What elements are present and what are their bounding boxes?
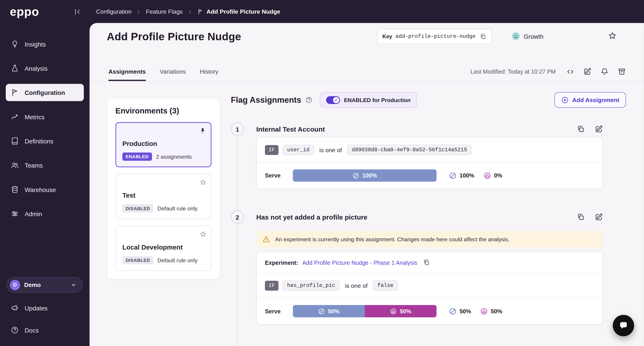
assignment-1: 1 Internal Test Account	[231, 122, 626, 189]
team-avatar	[512, 32, 520, 41]
help-icon[interactable]	[305, 96, 312, 104]
serve-label: Serve	[265, 172, 285, 179]
sidebar-item-warehouse[interactable]: Warehouse	[6, 181, 84, 198]
copy-icon[interactable]	[577, 125, 585, 133]
assignment-header: Internal Test Account	[256, 122, 603, 136]
assignment-card: IF user_id is one of d89038d8-cba0-4ef9-…	[256, 137, 603, 189]
chart-icon	[11, 113, 19, 121]
edit-icon[interactable]	[583, 67, 592, 76]
plus-circle-icon	[561, 96, 569, 104]
rule-value: d89038d8-cba0-4ef9-8a52-56f1c14a5215	[347, 145, 472, 155]
environments-panel: Environments (3) Production ENABLED 2 as…	[107, 98, 220, 279]
chat-icon	[618, 321, 628, 330]
sidebar-item-label: Metrics	[24, 113, 44, 120]
assignment-title: Has not yet added a profile picture	[256, 213, 368, 221]
env-status-row: DISABLED Default rule only	[122, 204, 204, 213]
assignments-list: 1 Internal Test Account	[231, 122, 626, 325]
rule-operator: is one of	[345, 282, 368, 289]
toggle-label: ENABLED for Production	[344, 97, 410, 103]
env-detail: Default rule only	[158, 257, 198, 263]
sidebar-item-configuration[interactable]: Configuration	[6, 84, 84, 101]
tab-assignments[interactable]: Assignments	[108, 68, 146, 81]
edit-icon[interactable]	[595, 213, 603, 221]
serve-row: Serve 100%	[257, 162, 603, 189]
sidebar-item-label: Docs	[24, 326, 39, 333]
eppo-logo: eppo	[10, 6, 39, 18]
toggle-switch[interactable]	[326, 96, 340, 104]
assignment-number: 1	[231, 122, 244, 136]
sidebar-item-analysis[interactable]: Analysis	[6, 60, 84, 77]
edit-icon[interactable]	[595, 125, 603, 133]
chat-launcher-button[interactable]	[613, 315, 634, 336]
env-card-test[interactable]: Test DISABLED Default rule only	[116, 174, 212, 219]
code-icon[interactable]	[566, 68, 574, 75]
sidebar-item-admin[interactable]: Admin	[6, 205, 84, 222]
team-badge[interactable]: Growth	[512, 32, 544, 41]
segment-label: 100%	[362, 172, 377, 179]
sidebar-item-docs[interactable]: Docs	[6, 321, 84, 338]
copy-icon[interactable]	[577, 213, 585, 221]
env-status-row: DISABLED Default rule only	[122, 256, 204, 264]
breadcrumb-feature-flags[interactable]: Feature Flags	[146, 8, 182, 15]
breadcrumb-configuration[interactable]: Configuration	[96, 8, 132, 15]
copy-icon[interactable]	[480, 33, 486, 40]
copy-icon[interactable]	[423, 259, 430, 266]
bell-icon[interactable]	[600, 67, 609, 76]
assignment-card: Experiment: Add Profile Picture Nudge - …	[256, 251, 603, 325]
collapse-sidebar-icon[interactable]	[74, 8, 82, 16]
assignment-body: Internal Test Account	[256, 122, 603, 189]
experiment-link[interactable]: Add Profile Picture Nudge - Phase 1 Anal…	[302, 259, 418, 266]
tab-variations[interactable]: Variations	[160, 68, 186, 81]
sliders-icon	[11, 210, 19, 218]
assignment-actions	[577, 213, 603, 221]
sidebar-item-label: Configuration	[24, 89, 65, 96]
tabs-toolbar: Last Modified: Today at 10:27 PM	[470, 67, 626, 81]
segment-label: 50%	[400, 308, 411, 314]
circle-slash-icon	[449, 307, 457, 315]
sidebar-item-definitions[interactable]: Definitions	[6, 132, 84, 150]
content-area: Environments (3) Production ENABLED 2 as…	[90, 82, 644, 346]
sidebar-item-label: Insights	[24, 41, 46, 48]
sidebar-item-insights[interactable]: Insights	[6, 35, 84, 53]
rule-row: IF has_profile_pic is one of false	[257, 273, 603, 298]
team-name: Growth	[524, 33, 544, 40]
home-circle-icon	[480, 307, 488, 315]
circle-slash-icon	[352, 172, 359, 179]
chevron-down-icon	[70, 281, 77, 288]
sidebar: Insights Analysis Configuration Metrics	[0, 23, 90, 346]
allocation-segment-control: 100%	[293, 169, 437, 182]
tab-history[interactable]: History	[200, 68, 218, 81]
allocation-bar: 100%	[293, 169, 437, 182]
pin-icon[interactable]	[199, 127, 206, 134]
assignment-body: Has not yet added a profile picture	[256, 210, 603, 325]
flask-icon	[11, 64, 19, 73]
allocation-segment-treatment: 50%	[365, 305, 436, 317]
sidebar-item-metrics[interactable]: Metrics	[6, 108, 84, 125]
sidebar-item-updates[interactable]: Updates	[6, 299, 84, 316]
flag-key-chip: Key add-profile-picture-nudge	[377, 29, 492, 44]
tabs-row: Assignments Variations History Last Modi…	[90, 62, 644, 82]
star-icon[interactable]	[200, 179, 206, 186]
env-name: Test	[122, 192, 204, 199]
legend-value: 100%	[460, 172, 474, 179]
env-card-production[interactable]: Production ENABLED 2 assignments	[116, 122, 212, 167]
add-assignment-button[interactable]: Add Assignment	[554, 92, 626, 108]
flag-icon	[197, 9, 203, 15]
sidebar-item-teams[interactable]: Teams	[6, 157, 84, 174]
environment-enabled-toggle[interactable]: ENABLED for Production	[320, 92, 416, 108]
warning-icon	[262, 235, 270, 243]
experiment-warning-banner: An experiment is currently using this as…	[256, 231, 603, 247]
star-icon[interactable]	[200, 230, 206, 237]
env-card-local-development[interactable]: Local Development DISABLED Default rule …	[116, 226, 212, 271]
favorite-star-icon[interactable]	[608, 31, 617, 40]
app-viewport: eppo Configuration Feature Flags Add Pro…	[0, 0, 644, 346]
legend-control: 50%	[449, 307, 471, 315]
account-switcher[interactable]: D Demo	[6, 277, 83, 293]
flag-icon	[11, 88, 19, 97]
archive-icon[interactable]	[618, 67, 626, 76]
book-icon	[11, 137, 19, 145]
flag-assignments-section: Flag Assignments ENABLED for Production	[231, 92, 626, 325]
flag-assignments-title: Flag Assignments	[231, 95, 301, 105]
env-name: Local Development	[122, 244, 204, 251]
flag-assignments-header: Flag Assignments ENABLED for Production	[231, 92, 626, 108]
